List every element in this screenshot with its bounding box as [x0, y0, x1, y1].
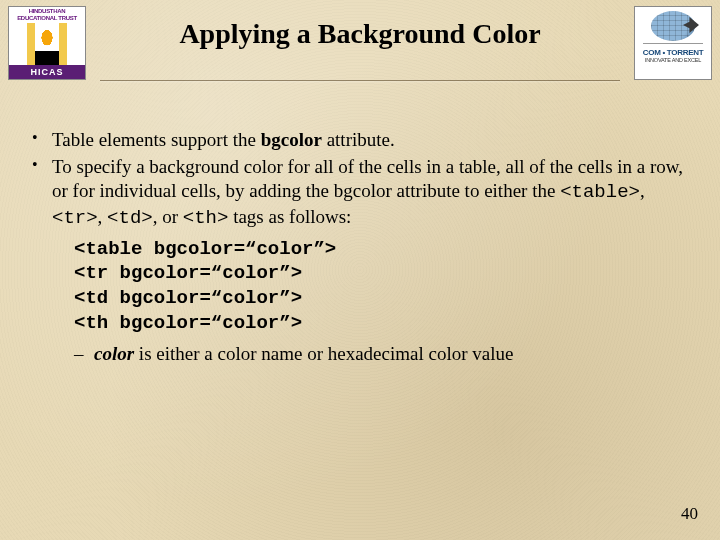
code-line-4: <th bgcolor=“color”>	[74, 312, 302, 334]
bullet-1-pre: Table elements support the	[52, 129, 261, 150]
logo-left-banner: HINDUSTHAN EDUCATIONAL TRUST	[9, 7, 85, 22]
dash-1-rest: is either a color name or hexadecimal co…	[134, 343, 513, 364]
page-number: 40	[681, 504, 698, 524]
divider	[643, 43, 704, 44]
dash-1: color is either a color name or hexadeci…	[74, 342, 694, 366]
logo-right: COM • TORRENT INNOVATE AND EXCEL	[634, 6, 712, 80]
code-line-3: <td bgcolor=“color”>	[74, 287, 302, 309]
bullet-2-tag3: <td>	[107, 207, 153, 229]
logo-left-footer: HICAS	[9, 65, 85, 79]
logo-right-line1: COM • TORRENT	[643, 48, 704, 57]
bullet-2-tag2: <tr>	[52, 207, 98, 229]
globe-icon	[651, 11, 695, 41]
bullet-1-bold: bgcolor	[261, 129, 322, 150]
slide-title: Applying a Background Color	[100, 18, 620, 50]
logo-right-line2: INNOVATE AND EXCEL	[645, 57, 701, 63]
bullet-2: To specify a background color for all of…	[26, 155, 694, 231]
bullet-2-tag1: <table>	[560, 181, 640, 203]
bullet-2-sep1: ,	[640, 180, 645, 201]
flame-icon	[27, 23, 67, 65]
bullet-list: Table elements support the bgcolor attri…	[26, 128, 694, 231]
code-block: <table bgcolor=“color”> <tr bgcolor=“col…	[74, 237, 694, 336]
bullet-2-post: tags as follows:	[228, 206, 351, 227]
bullet-1-post: attribute.	[322, 129, 395, 150]
slide-body: Table elements support the bgcolor attri…	[26, 128, 694, 365]
code-line-2: <tr bgcolor=“color”>	[74, 262, 302, 284]
title-underline	[100, 80, 620, 81]
code-line-1: <table bgcolor=“color”>	[74, 238, 336, 260]
bullet-1: Table elements support the bgcolor attri…	[26, 128, 694, 152]
bullet-2-sep3: , or	[153, 206, 183, 227]
logo-left: HINDUSTHAN EDUCATIONAL TRUST HICAS	[8, 6, 86, 80]
bullet-2-sep2: ,	[98, 206, 108, 227]
dash-1-term: color	[94, 343, 134, 364]
bullet-2-tag4: <th>	[183, 207, 229, 229]
slide: HINDUSTHAN EDUCATIONAL TRUST HICAS COM •…	[0, 0, 720, 540]
dash-list: color is either a color name or hexadeci…	[26, 342, 694, 366]
